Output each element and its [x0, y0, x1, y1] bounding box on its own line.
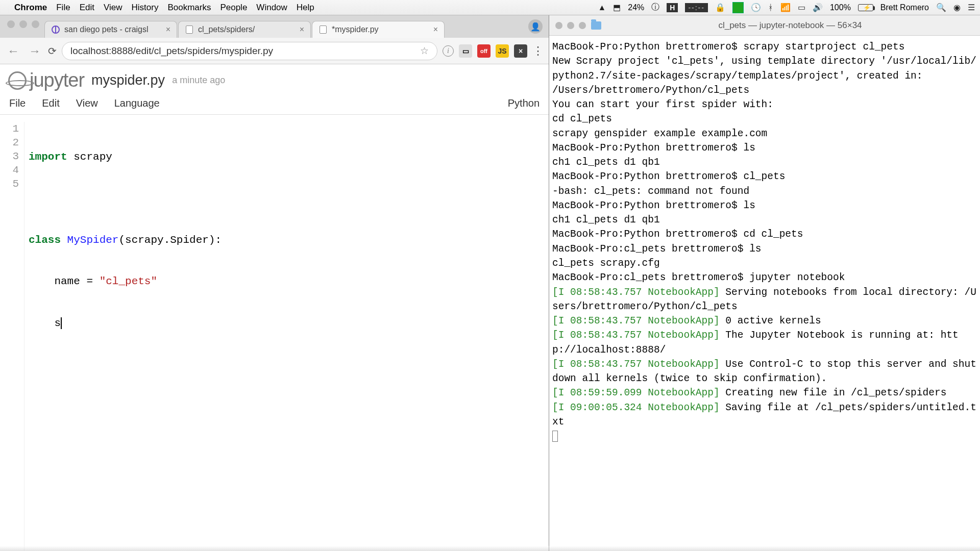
- siri-icon[interactable]: ◉: [953, 3, 961, 12]
- jupyter-logo[interactable]: jupyter: [8, 69, 84, 91]
- jupyter-menu-view[interactable]: View: [76, 97, 98, 109]
- craigslist-favicon-icon: [51, 25, 60, 34]
- reload-button[interactable]: ⟳: [48, 45, 57, 57]
- back-button[interactable]: ←: [5, 44, 21, 58]
- tab-close-icon[interactable]: ×: [300, 25, 304, 34]
- file-favicon-icon: [318, 25, 328, 34]
- url-text: localhost:8888/edit/cl_pets/spiders/mysp…: [70, 45, 273, 57]
- window-controls: [3, 20, 44, 33]
- text-cursor: [61, 317, 62, 329]
- jupyter-menu-file[interactable]: File: [9, 97, 26, 109]
- close-extension-icon[interactable]: ×: [514, 44, 527, 58]
- jupyter-menu-language[interactable]: Language: [114, 97, 160, 109]
- macos-menubar: Chrome File Edit View History Bookmarks …: [0, 0, 980, 15]
- extension-icon[interactable]: ▭: [459, 44, 472, 58]
- tab-title: cl_pets/spiders/: [198, 25, 255, 34]
- active-app-name[interactable]: Chrome: [14, 3, 47, 13]
- kernel-language: Python: [508, 97, 540, 109]
- close-window-button[interactable]: [7, 20, 15, 28]
- menu-history[interactable]: History: [131, 3, 158, 13]
- folder-icon: [591, 21, 601, 30]
- jupyter-planet-icon: [8, 71, 27, 90]
- js-extension-icon[interactable]: JS: [496, 44, 509, 58]
- browser-tab[interactable]: san diego pets - craigsl ×: [44, 21, 177, 38]
- dropbox-icon[interactable]: ⬒: [613, 3, 621, 12]
- volume-icon[interactable]: 🔊: [813, 3, 823, 12]
- last-saved-time: a minute ago: [172, 75, 225, 86]
- address-bar[interactable]: localhost:8888/edit/cl_pets/spiders/mysp…: [62, 42, 437, 60]
- tab-title: *myspider.py: [332, 25, 379, 34]
- jupyter-menubar: File Edit View Language Python: [0, 94, 549, 115]
- close-window-button[interactable]: [555, 22, 562, 29]
- jupyter-logo-text: jupyter: [30, 69, 84, 91]
- notification-center-icon[interactable]: ☰: [968, 3, 975, 12]
- timer-display[interactable]: --:--: [685, 3, 708, 12]
- bookmark-star-icon[interactable]: ☆: [420, 45, 429, 57]
- tab-title: san diego pets - craigsl: [64, 25, 149, 34]
- chrome-menu-icon[interactable]: ⋮: [532, 44, 544, 58]
- browser-tab-active[interactable]: *myspider.py ×: [312, 21, 445, 38]
- chrome-profile-icon[interactable]: 👤: [528, 19, 543, 34]
- menu-view[interactable]: View: [104, 3, 122, 13]
- menu-edit[interactable]: Edit: [80, 3, 94, 13]
- cloud-sync-icon[interactable]: ▲: [598, 3, 606, 12]
- minimize-window-button[interactable]: [567, 22, 574, 29]
- terminal-window: cl_pets — jupyter-notebook — 56×34 MacBo…: [549, 15, 980, 551]
- spotlight-icon[interactable]: 🔍: [936, 3, 946, 12]
- terminal-titlebar: cl_pets — jupyter-notebook — 56×34: [549, 15, 980, 36]
- maximize-window-button[interactable]: [579, 22, 586, 29]
- menu-file[interactable]: File: [56, 3, 70, 13]
- wifi-icon[interactable]: 📶: [780, 3, 791, 12]
- terminal-cursor: [552, 431, 558, 442]
- chrome-window: san diego pets - craigsl × cl_pets/spide…: [0, 15, 549, 551]
- forward-button[interactable]: →: [27, 44, 43, 58]
- code-editor[interactable]: 1 2 3 4 5 import scrapy class MySpider(s…: [0, 115, 549, 551]
- maximize-window-button[interactable]: [32, 20, 39, 28]
- jupyter-header: jupyter myspider.py a minute ago: [0, 64, 549, 94]
- notebook-filename[interactable]: myspider.py: [91, 72, 165, 88]
- browser-tab[interactable]: cl_pets/spiders/ ×: [178, 21, 311, 38]
- jupyter-menu-edit[interactable]: Edit: [42, 97, 59, 109]
- site-info-icon[interactable]: i: [443, 45, 454, 57]
- menu-people[interactable]: People: [220, 3, 247, 13]
- line-gutter: 1 2 3 4 5: [0, 122, 24, 551]
- menu-help[interactable]: Help: [297, 3, 314, 13]
- chrome-toolbar: ← → ⟳ localhost:8888/edit/cl_pets/spider…: [0, 38, 549, 64]
- battery-percent[interactable]: 100%: [830, 3, 851, 12]
- dock-edge: [0, 546, 980, 551]
- lock-icon[interactable]: 🔒: [715, 3, 725, 12]
- minimize-window-button[interactable]: [19, 20, 27, 28]
- terminal-title: cl_pets — jupyter-notebook — 56×34: [606, 20, 974, 31]
- menu-window[interactable]: Window: [256, 3, 287, 13]
- adblock-extension-icon[interactable]: off: [477, 44, 491, 58]
- h-app-icon[interactable]: H: [667, 3, 678, 12]
- terminal-content[interactable]: MacBook-Pro:Python brettromero$ scrapy s…: [549, 36, 980, 551]
- code-content[interactable]: import scrapy class MySpider(scrapy.Spid…: [24, 122, 222, 551]
- accessibility-icon[interactable]: ⓘ: [651, 2, 659, 13]
- time-machine-icon[interactable]: 🕓: [751, 3, 761, 12]
- folder-favicon-icon: [185, 25, 194, 34]
- tab-close-icon[interactable]: ×: [433, 25, 438, 34]
- green-app-icon[interactable]: [732, 2, 744, 13]
- chrome-tab-strip: san diego pets - craigsl × cl_pets/spide…: [0, 15, 549, 38]
- menu-bookmarks[interactable]: Bookmarks: [167, 3, 211, 13]
- user-name[interactable]: Brett Romero: [880, 3, 929, 12]
- tab-close-icon[interactable]: ×: [166, 25, 170, 34]
- zoom-percent[interactable]: 24%: [628, 3, 644, 12]
- display-icon[interactable]: ▭: [798, 3, 805, 12]
- bluetooth-icon[interactable]: ᚼ: [768, 3, 773, 12]
- battery-icon[interactable]: ⚡: [858, 4, 873, 11]
